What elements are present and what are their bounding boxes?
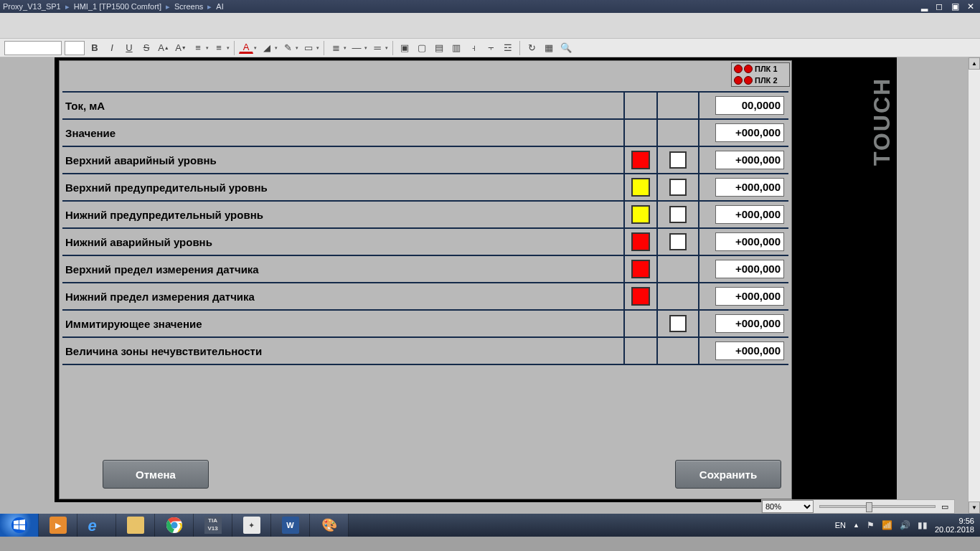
taskbar-tia-portal[interactable]: TIAV13: [194, 514, 232, 537]
param-checkbox-cell: [658, 120, 699, 146]
language-indicator[interactable]: EN: [835, 521, 846, 529]
cancel-button[interactable]: Отмена: [103, 460, 209, 489]
param-label: Значение: [62, 120, 625, 146]
flag-icon[interactable]: ⚑: [867, 520, 875, 530]
value-field[interactable]: +000,000: [715, 287, 784, 306]
zoom-select[interactable]: 80%: [762, 500, 814, 513]
fill-color-button[interactable]: ◢: [260, 41, 274, 55]
font-size-select[interactable]: [65, 41, 85, 55]
layers-button[interactable]: ▦: [542, 41, 556, 55]
value-field[interactable]: +000,000: [715, 178, 784, 197]
param-value-cell: +000,000: [699, 147, 788, 173]
save-button[interactable]: Сохранить: [675, 460, 781, 489]
value-field[interactable]: +000,000: [715, 342, 784, 360]
param-value-cell: +000,000: [699, 256, 788, 282]
app-icon: ✦: [243, 517, 260, 534]
breadcrumb-3[interactable]: Screens: [174, 2, 203, 11]
plc1-led-b: [744, 65, 753, 73]
param-value-cell: +000,000: [699, 229, 788, 255]
checkbox[interactable]: [669, 179, 687, 196]
underline-button[interactable]: U: [122, 41, 136, 55]
param-value-cell: 00,0000: [699, 93, 788, 118]
group-button[interactable]: ☲: [501, 41, 515, 55]
checkbox[interactable]: [669, 233, 687, 250]
font-family-select[interactable]: [4, 41, 62, 55]
canvas[interactable]: TOUCH ПЛК 1 ПЛК 2 Ток, мА00,0000Значение…: [30, 57, 968, 514]
border-style-button[interactable]: ▭: [301, 41, 316, 55]
param-label: Нижний аварийный уровнь: [62, 229, 625, 255]
scroll-up-button[interactable]: ▲: [969, 57, 980, 70]
italic-button[interactable]: I: [105, 41, 119, 55]
param-row: Верхний предел измерения датчика+000,000: [62, 256, 788, 283]
vertical-scrollbar[interactable]: ▲ ▼: [968, 57, 980, 514]
increase-font-button[interactable]: A▲: [156, 41, 171, 55]
network-icon[interactable]: 📶: [882, 520, 892, 530]
text-align-button[interactable]: ≣: [329, 41, 343, 55]
breadcrumb-4[interactable]: AI: [216, 2, 223, 11]
tray-overflow-button[interactable]: ▲: [853, 522, 859, 529]
windows-taskbar: ▶ e TIAV13 ✦ W 🎨 EN ▲ ⚑ 📶 🔊 ▮▮ 9:56 20.0…: [0, 514, 980, 537]
line-color-button[interactable]: ✎: [281, 41, 295, 55]
param-label: Нижний предупредительный уровнь: [62, 202, 625, 227]
yellow-indicator: [631, 205, 650, 224]
zoom-bar: 80% ▭: [761, 499, 955, 514]
param-checkbox-cell: [658, 256, 699, 282]
send-back-button[interactable]: ▢: [415, 41, 429, 55]
window-controls[interactable]: ▂ ◻ ▣ ✕: [921, 1, 977, 11]
volume-icon[interactable]: 🔊: [900, 520, 910, 530]
bold-button[interactable]: B: [88, 41, 102, 55]
checkbox[interactable]: [669, 151, 687, 169]
align-center-button[interactable]: ≡: [212, 41, 226, 55]
editor-workarea: TOUCH ПЛК 1 ПЛК 2 Ток, мА00,0000Значение…: [0, 57, 980, 514]
checkbox[interactable]: [669, 315, 687, 332]
param-checkbox-cell: [658, 147, 699, 173]
zoom-tool-button[interactable]: 🔍: [559, 41, 573, 55]
value-field[interactable]: +000,000: [715, 314, 784, 333]
font-color-button[interactable]: A: [239, 42, 253, 54]
plc1-led-a: [734, 65, 743, 73]
param-value-cell: +000,000: [699, 338, 788, 364]
left-gutter: [0, 57, 30, 514]
distribute-button[interactable]: ⫟: [484, 41, 498, 55]
taskbar-ie[interactable]: e: [77, 514, 116, 537]
value-field[interactable]: +000,000: [715, 151, 784, 169]
decrease-font-button[interactable]: A▼: [174, 41, 188, 55]
param-row: Верхний предупредительный уровнь+000,000: [62, 174, 788, 202]
zoom-fit-button[interactable]: ▭: [941, 502, 954, 512]
value-field[interactable]: +000,000: [715, 232, 784, 251]
value-field[interactable]: +000,000: [715, 205, 784, 224]
breadcrumb-2[interactable]: HMI_1 [TP1500 Comfort]: [74, 2, 161, 11]
refresh-button[interactable]: ↻: [524, 41, 539, 55]
checkbox[interactable]: [669, 206, 687, 223]
param-row: Иммитирующее значение+000,000: [62, 311, 788, 338]
align-objects-button[interactable]: ⫞: [466, 41, 481, 55]
taskbar-paint[interactable]: 🎨: [310, 514, 349, 537]
battery-icon[interactable]: ▮▮: [918, 520, 928, 530]
value-field[interactable]: +000,000: [715, 260, 784, 278]
line-style-button[interactable]: —: [349, 41, 364, 55]
taskbar-app-1[interactable]: ✦: [232, 514, 271, 537]
bring-front-button[interactable]: ▣: [397, 41, 412, 55]
scroll-down-button[interactable]: ▼: [969, 501, 980, 514]
taskbar-word[interactable]: W: [271, 514, 310, 537]
value-field[interactable]: +000,000: [715, 123, 784, 142]
chrome-icon: [166, 517, 183, 534]
taskbar-chrome[interactable]: [155, 514, 194, 537]
align-left-button[interactable]: ≡: [191, 41, 205, 55]
param-row: Значение+000,000: [62, 120, 788, 147]
line-width-button[interactable]: ═: [370, 41, 385, 55]
param-checkbox-cell: [658, 338, 699, 364]
tia-icon: TIAV13: [204, 517, 222, 534]
param-indicator-cell: [625, 93, 658, 118]
strikethrough-button[interactable]: S: [139, 41, 154, 55]
clock[interactable]: 9:56 20.02.2018: [935, 517, 974, 534]
taskbar-explorer[interactable]: [116, 514, 155, 537]
value-field[interactable]: 00,0000: [715, 96, 784, 115]
taskbar-media-player[interactable]: ▶: [39, 514, 77, 537]
start-button[interactable]: [0, 514, 39, 537]
zoom-slider[interactable]: [819, 505, 936, 508]
bring-forward-button[interactable]: ▤: [432, 41, 446, 55]
param-row: Нижний предел измерения датчика+000,000: [62, 283, 788, 311]
send-backward-button[interactable]: ▥: [449, 41, 463, 55]
breadcrumb-1[interactable]: Proxy_V13_SP1: [3, 2, 61, 11]
